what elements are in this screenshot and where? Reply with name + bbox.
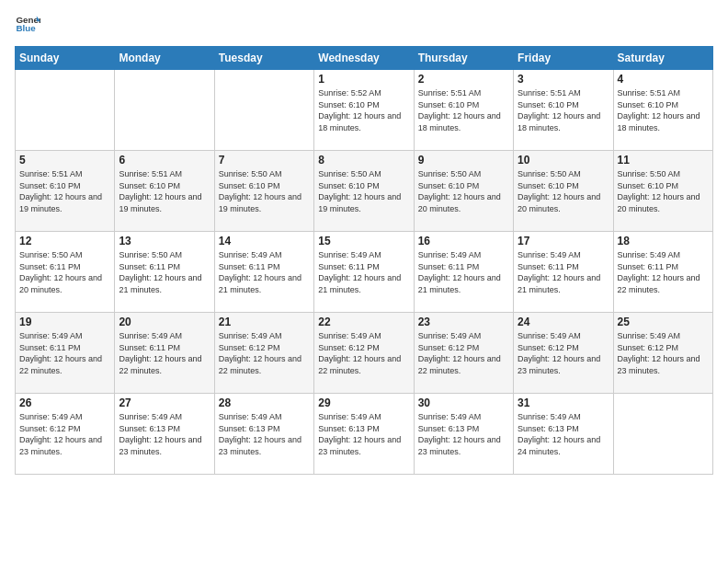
day-number: 17 [518, 235, 609, 247]
day-cell: 7Sunrise: 5:50 AM Sunset: 6:10 PM Daylig… [214, 151, 313, 232]
day-info: Sunrise: 5:51 AM Sunset: 6:10 PM Dayligh… [418, 87, 509, 133]
day-info: Sunrise: 5:49 AM Sunset: 6:11 PM Dayligh… [418, 249, 509, 295]
day-number: 8 [318, 154, 409, 167]
header-cell-saturday: Saturday [613, 47, 712, 70]
day-info: Sunrise: 5:50 AM Sunset: 6:10 PM Dayligh… [418, 168, 509, 214]
day-number: 1 [318, 73, 409, 86]
day-cell: 22Sunrise: 5:49 AM Sunset: 6:12 PM Dayli… [314, 313, 414, 394]
day-cell [214, 70, 313, 151]
day-number: 28 [219, 396, 310, 409]
day-info: Sunrise: 5:49 AM Sunset: 6:11 PM Dayligh… [618, 249, 709, 295]
day-info: Sunrise: 5:49 AM Sunset: 6:12 PM Dayligh… [618, 330, 709, 376]
day-number: 22 [318, 316, 409, 328]
day-cell [613, 394, 712, 475]
day-number: 12 [19, 235, 110, 247]
day-info: Sunrise: 5:50 AM Sunset: 6:10 PM Dayligh… [518, 168, 609, 214]
day-info: Sunrise: 5:49 AM Sunset: 6:12 PM Dayligh… [19, 411, 110, 457]
day-number: 20 [119, 316, 210, 328]
day-cell [115, 70, 214, 151]
day-cell: 15Sunrise: 5:49 AM Sunset: 6:11 PM Dayli… [314, 232, 414, 313]
header-row: SundayMondayTuesdayWednesdayThursdayFrid… [16, 47, 713, 70]
day-info: Sunrise: 5:51 AM Sunset: 6:10 PM Dayligh… [618, 87, 709, 133]
day-number: 2 [418, 73, 509, 86]
header-cell-sunday: Sunday [16, 47, 115, 70]
day-cell: 19Sunrise: 5:49 AM Sunset: 6:11 PM Dayli… [16, 313, 115, 394]
day-number: 23 [418, 316, 509, 328]
day-number: 4 [618, 73, 709, 86]
day-cell: 30Sunrise: 5:49 AM Sunset: 6:13 PM Dayli… [414, 394, 513, 475]
day-cell [16, 70, 115, 151]
day-info: Sunrise: 5:50 AM Sunset: 6:10 PM Dayligh… [318, 168, 409, 214]
day-info: Sunrise: 5:50 AM Sunset: 6:11 PM Dayligh… [19, 249, 110, 295]
day-info: Sunrise: 5:49 AM Sunset: 6:13 PM Dayligh… [418, 411, 509, 457]
day-info: Sunrise: 5:50 AM Sunset: 6:11 PM Dayligh… [119, 249, 210, 295]
day-number: 25 [618, 316, 709, 328]
week-row-4: 26Sunrise: 5:49 AM Sunset: 6:12 PM Dayli… [16, 394, 713, 475]
day-number: 21 [219, 316, 310, 328]
day-info: Sunrise: 5:50 AM Sunset: 6:10 PM Dayligh… [219, 168, 310, 214]
day-cell: 28Sunrise: 5:49 AM Sunset: 6:13 PM Dayli… [214, 394, 313, 475]
day-info: Sunrise: 5:49 AM Sunset: 6:11 PM Dayligh… [518, 249, 609, 295]
day-cell: 20Sunrise: 5:49 AM Sunset: 6:11 PM Dayli… [115, 313, 214, 394]
day-number: 5 [19, 154, 110, 167]
logo: General Blue [15, 11, 40, 37]
day-cell: 17Sunrise: 5:49 AM Sunset: 6:11 PM Dayli… [514, 232, 613, 313]
day-cell: 5Sunrise: 5:51 AM Sunset: 6:10 PM Daylig… [16, 151, 115, 232]
day-info: Sunrise: 5:49 AM Sunset: 6:11 PM Dayligh… [19, 330, 110, 376]
calendar-page: General Blue SundayMondayTuesdayWednesda… [0, 0, 728, 563]
day-info: Sunrise: 5:50 AM Sunset: 6:10 PM Dayligh… [618, 168, 709, 214]
logo-icon: General Blue [15, 11, 40, 37]
day-cell: 31Sunrise: 5:49 AM Sunset: 6:13 PM Dayli… [514, 394, 613, 475]
day-info: Sunrise: 5:49 AM Sunset: 6:12 PM Dayligh… [518, 330, 609, 376]
calendar-header: SundayMondayTuesdayWednesdayThursdayFrid… [16, 47, 713, 70]
day-number: 31 [518, 396, 609, 409]
calendar-body: 1Sunrise: 5:52 AM Sunset: 6:10 PM Daylig… [16, 70, 713, 475]
day-info: Sunrise: 5:49 AM Sunset: 6:11 PM Dayligh… [119, 330, 210, 376]
day-info: Sunrise: 5:51 AM Sunset: 6:10 PM Dayligh… [19, 168, 110, 214]
day-number: 27 [119, 396, 210, 409]
day-cell: 27Sunrise: 5:49 AM Sunset: 6:13 PM Dayli… [115, 394, 214, 475]
day-cell: 18Sunrise: 5:49 AM Sunset: 6:11 PM Dayli… [613, 232, 712, 313]
day-cell: 16Sunrise: 5:49 AM Sunset: 6:11 PM Dayli… [414, 232, 513, 313]
day-cell: 21Sunrise: 5:49 AM Sunset: 6:12 PM Dayli… [214, 313, 313, 394]
day-info: Sunrise: 5:49 AM Sunset: 6:13 PM Dayligh… [518, 411, 609, 457]
week-row-1: 5Sunrise: 5:51 AM Sunset: 6:10 PM Daylig… [16, 151, 713, 232]
day-cell: 12Sunrise: 5:50 AM Sunset: 6:11 PM Dayli… [16, 232, 115, 313]
header-cell-thursday: Thursday [414, 47, 513, 70]
day-number: 15 [318, 235, 409, 247]
header-cell-friday: Friday [514, 47, 613, 70]
day-number: 3 [518, 73, 609, 86]
day-number: 18 [618, 235, 709, 247]
header-cell-monday: Monday [115, 47, 214, 70]
day-number: 13 [119, 235, 210, 247]
day-cell: 10Sunrise: 5:50 AM Sunset: 6:10 PM Dayli… [514, 151, 613, 232]
header-cell-wednesday: Wednesday [314, 47, 414, 70]
day-cell: 13Sunrise: 5:50 AM Sunset: 6:11 PM Dayli… [115, 232, 214, 313]
day-number: 16 [418, 235, 509, 247]
header-cell-tuesday: Tuesday [214, 47, 313, 70]
day-number: 30 [418, 396, 509, 409]
day-info: Sunrise: 5:49 AM Sunset: 6:11 PM Dayligh… [219, 249, 310, 295]
day-info: Sunrise: 5:49 AM Sunset: 6:13 PM Dayligh… [219, 411, 310, 457]
day-info: Sunrise: 5:49 AM Sunset: 6:12 PM Dayligh… [418, 330, 509, 376]
day-info: Sunrise: 5:49 AM Sunset: 6:12 PM Dayligh… [318, 330, 409, 376]
day-cell: 25Sunrise: 5:49 AM Sunset: 6:12 PM Dayli… [613, 313, 712, 394]
svg-text:Blue: Blue [16, 23, 36, 33]
day-number: 11 [618, 154, 709, 167]
day-cell: 8Sunrise: 5:50 AM Sunset: 6:10 PM Daylig… [314, 151, 414, 232]
day-info: Sunrise: 5:51 AM Sunset: 6:10 PM Dayligh… [119, 168, 210, 214]
day-cell: 24Sunrise: 5:49 AM Sunset: 6:12 PM Dayli… [514, 313, 613, 394]
day-info: Sunrise: 5:52 AM Sunset: 6:10 PM Dayligh… [318, 87, 409, 133]
day-info: Sunrise: 5:51 AM Sunset: 6:10 PM Dayligh… [518, 87, 609, 133]
day-number: 19 [19, 316, 110, 328]
day-cell: 3Sunrise: 5:51 AM Sunset: 6:10 PM Daylig… [514, 70, 613, 151]
day-info: Sunrise: 5:49 AM Sunset: 6:12 PM Dayligh… [219, 330, 310, 376]
day-number: 24 [518, 316, 609, 328]
day-cell: 14Sunrise: 5:49 AM Sunset: 6:11 PM Dayli… [214, 232, 313, 313]
day-cell: 9Sunrise: 5:50 AM Sunset: 6:10 PM Daylig… [414, 151, 513, 232]
day-number: 7 [219, 154, 310, 167]
day-cell: 26Sunrise: 5:49 AM Sunset: 6:12 PM Dayli… [16, 394, 115, 475]
day-cell: 11Sunrise: 5:50 AM Sunset: 6:10 PM Dayli… [613, 151, 712, 232]
day-cell: 4Sunrise: 5:51 AM Sunset: 6:10 PM Daylig… [613, 70, 712, 151]
day-info: Sunrise: 5:49 AM Sunset: 6:13 PM Dayligh… [318, 411, 409, 457]
